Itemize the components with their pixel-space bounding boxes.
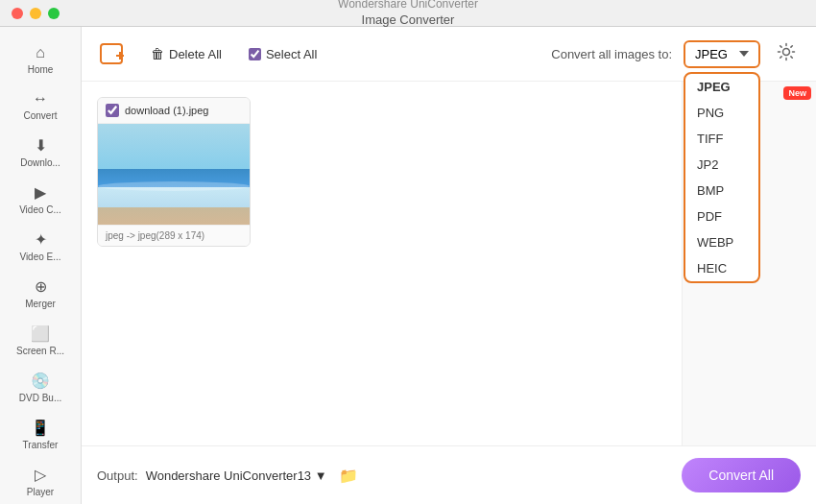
sidebar-item-merger[interactable]: ⊕ Merger: [0, 270, 81, 317]
format-option-pdf[interactable]: PDF: [685, 204, 758, 229]
output-path-text: Wondershare UniConverter13 ▼: [146, 468, 327, 483]
format-option-heic[interactable]: HEIC: [685, 255, 758, 281]
output-label: Output:: [97, 468, 138, 483]
app-container: ⌂ Home ↔ Convert ⬇ Downlo... ▶ Video C..…: [0, 27, 816, 504]
window-controls: [12, 8, 60, 19]
sidebar-item-screen[interactable]: ⬜ Screen R...: [0, 317, 81, 364]
select-all-label: Select All: [266, 47, 317, 61]
minimize-button[interactable]: [30, 8, 41, 19]
transfer-icon: 📱: [31, 419, 50, 437]
sidebar-label-transfer: Transfer: [23, 440, 59, 450]
sidebar-label-screen: Screen R...: [16, 346, 64, 356]
sidebar-item-transfer[interactable]: 📱 Transfer: [0, 411, 81, 458]
add-files-button[interactable]: [97, 36, 132, 71]
window-subtitle: Image Converter: [362, 12, 455, 29]
sidebar-label-home: Home: [28, 64, 54, 75]
sidebar-item-download[interactable]: ⬇ Downlo...: [0, 129, 81, 176]
close-button[interactable]: [12, 8, 23, 19]
dvd-icon: 💿: [31, 372, 50, 390]
download-icon: ⬇: [35, 136, 47, 155]
format-option-jpeg[interactable]: JPEG: [685, 74, 758, 100]
file-info: jpeg -> jpeg(289 x 174): [98, 225, 250, 246]
settings-icon: [776, 41, 797, 62]
convert-all-label: Convert All: [708, 468, 774, 483]
svg-point-3: [783, 48, 790, 55]
sidebar-item-player[interactable]: ▷ Player: [0, 458, 81, 504]
trash-icon: 🗑: [151, 46, 164, 61]
format-dropdown: JPEG PNG TIFF JP2 BMP PDF WEBP HEIC: [684, 72, 760, 283]
video-e-icon: ✦: [35, 230, 47, 249]
format-option-bmp[interactable]: BMP: [685, 178, 758, 204]
selected-format: JPEG: [695, 47, 728, 61]
format-option-webp[interactable]: WEBP: [685, 229, 758, 255]
format-option-tiff[interactable]: TIFF: [685, 126, 758, 152]
select-all-checkbox[interactable]: [249, 48, 261, 60]
main-content: 🗑 Delete All Select All Convert all imag…: [82, 27, 816, 504]
player-icon: ▷: [35, 466, 46, 484]
format-option-jp2[interactable]: JP2: [685, 152, 758, 178]
footer: Output: Wondershare UniConverter13 ▼ 📁 C…: [82, 445, 816, 504]
sidebar-label-convert: Convert: [23, 110, 57, 121]
file-name: download (1).jpeg: [125, 105, 208, 116]
sidebar-item-convert[interactable]: ↔ Convert: [0, 83, 81, 129]
file-card: download (1).jpeg jpeg -> jpeg(289 x 174…: [97, 97, 251, 247]
title-bar: Wondershare UniConverter Image Converter: [0, 0, 816, 27]
settings-button[interactable]: [772, 41, 801, 67]
sidebar-label-dvd: DVD Bu...: [19, 393, 61, 403]
file-checkbox[interactable]: [106, 104, 119, 117]
delete-all-label: Delete All: [169, 47, 222, 61]
sidebar-item-video-edit[interactable]: ✦ Video E...: [0, 223, 81, 270]
video-c-icon: ▶: [35, 183, 46, 202]
convert-all-button[interactable]: Convert All: [682, 458, 801, 492]
convert-label: Convert all images to:: [551, 47, 672, 61]
format-select-button[interactable]: JPEG: [684, 40, 760, 68]
select-all-button[interactable]: Select All: [241, 43, 324, 65]
screen-icon: ⬜: [31, 324, 50, 343]
svg-rect-0: [101, 44, 122, 63]
app-title: Wondershare UniConverter: [338, 0, 478, 12]
convert-icon: ↔: [33, 90, 48, 108]
file-area: download (1).jpeg jpeg -> jpeg(289 x 174…: [82, 82, 682, 445]
merger-icon: ⊕: [35, 277, 47, 296]
sidebar-item-dvd[interactable]: 💿 DVD Bu...: [0, 364, 81, 411]
sidebar-label-video-e: Video E...: [19, 252, 60, 262]
delete-all-button[interactable]: 🗑 Delete All: [143, 42, 229, 65]
chevron-down-icon: [739, 51, 749, 57]
maximize-button[interactable]: [48, 8, 60, 19]
folder-icon[interactable]: 📁: [339, 467, 358, 485]
format-selector-container: JPEG JPEG PNG TIFF JP2 BMP PDF WEBP HEIC: [684, 40, 760, 68]
new-badge: New: [783, 86, 811, 100]
file-card-header: download (1).jpeg: [98, 98, 250, 124]
toolbar: 🗑 Delete All Select All Convert all imag…: [82, 27, 816, 82]
sidebar-item-video-compress[interactable]: ▶ Video C...: [0, 176, 81, 223]
add-files-icon: [97, 36, 132, 71]
format-option-png[interactable]: PNG: [685, 100, 758, 126]
file-thumbnail: [98, 124, 250, 225]
sidebar-label-video-c: Video C...: [19, 204, 61, 215]
sidebar-item-home[interactable]: ⌂ Home: [0, 36, 81, 83]
sidebar-label-download: Downlo...: [20, 157, 60, 168]
sidebar: ⌂ Home ↔ Convert ⬇ Downlo... ▶ Video C..…: [0, 27, 82, 504]
sidebar-label-merger: Merger: [25, 299, 56, 309]
sidebar-label-player: Player: [27, 487, 54, 497]
home-icon: ⌂: [36, 44, 45, 61]
output-path[interactable]: Wondershare UniConverter13 ▼: [146, 468, 327, 483]
